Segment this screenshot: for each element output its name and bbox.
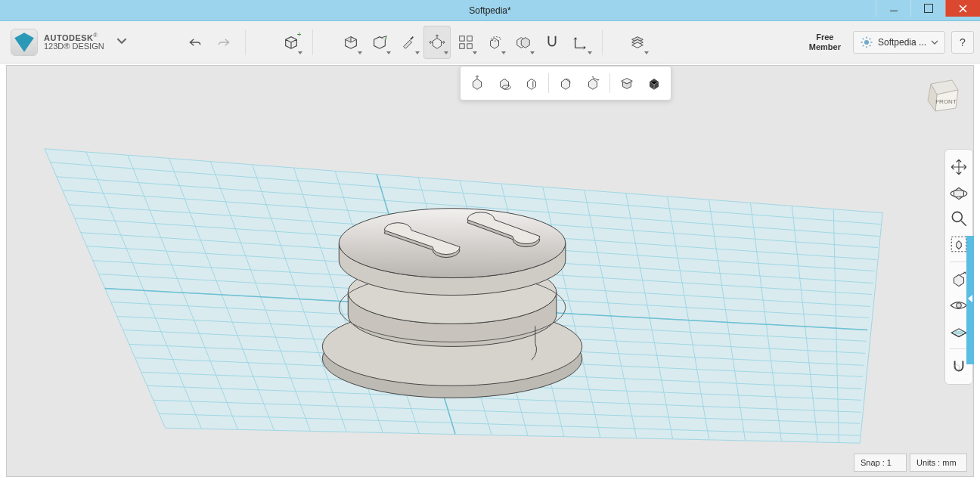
units-status[interactable]: Units : mm	[910, 454, 967, 472]
window-titlebar: Softpedia*	[0, 0, 980, 21]
viewport-3d[interactable]: FRONT Snap : 1 Units : mm	[6, 65, 974, 477]
svg-rect-3	[467, 43, 471, 48]
chevron-down-icon	[415, 51, 420, 54]
construct-button[interactable]	[366, 26, 393, 59]
toolbar-separator	[602, 29, 603, 55]
material-button[interactable]	[624, 26, 651, 59]
svg-rect-0	[459, 36, 464, 40]
nav-separator	[950, 348, 968, 349]
svg-rect-1	[467, 36, 471, 40]
tweak-button[interactable]	[491, 70, 518, 97]
app-logo-icon	[11, 29, 38, 56]
chevron-down-icon	[588, 51, 592, 54]
main-toolbar: AUTODESK® 123D® DESIGN +	[0, 21, 980, 63]
modify-brush-button[interactable]	[395, 26, 422, 59]
split-face-button[interactable]	[518, 70, 545, 97]
chevron-down-icon	[530, 51, 535, 54]
chevron-down-icon	[501, 51, 506, 54]
nav-separator	[950, 262, 968, 262]
undo-button[interactable]	[181, 26, 209, 59]
brand-top: AUTODESK	[44, 33, 94, 42]
combine-button[interactable]	[510, 26, 537, 59]
group-button[interactable]	[481, 26, 508, 59]
membership-line2: Member	[809, 42, 841, 51]
pan-button[interactable]	[949, 157, 969, 177]
window-close-button[interactable]	[945, 0, 980, 17]
subtoolbar-separator	[609, 73, 610, 93]
svg-point-5	[864, 40, 869, 45]
transform-subtoolbar	[460, 66, 671, 101]
presspull-button[interactable]	[464, 70, 491, 97]
window-controls	[876, 0, 980, 17]
chevron-down-icon	[444, 51, 448, 54]
chevron-down-icon	[386, 51, 391, 54]
chevron-down-icon	[473, 51, 477, 54]
brand-bottom: 123D® DESIGN	[44, 42, 104, 51]
viewcube-face-label: FRONT	[935, 98, 957, 105]
membership-label[interactable]: Free Member	[803, 33, 847, 51]
snap-status[interactable]: Snap : 1	[854, 454, 907, 472]
split-solid-button[interactable]	[640, 70, 668, 97]
svg-point-16	[952, 212, 962, 221]
window-maximize-button[interactable]	[910, 0, 945, 17]
svg-rect-2	[459, 43, 464, 48]
zoom-button[interactable]	[949, 209, 969, 228]
redo-button[interactable]	[210, 26, 237, 59]
fillet-button[interactable]	[552, 70, 579, 97]
measure-button[interactable]	[567, 26, 594, 59]
user-dropdown[interactable]: Softpedia ...	[853, 31, 945, 54]
app-menu[interactable]: AUTODESK® 123D® DESIGN	[6, 29, 109, 56]
transform-button[interactable]	[423, 26, 451, 59]
toolbar-separator	[245, 29, 246, 55]
side-panel-toggle[interactable]	[966, 236, 974, 364]
toolbar-separator	[312, 29, 313, 55]
chevron-down-icon	[931, 39, 938, 46]
sketch-button[interactable]	[337, 26, 364, 59]
window-minimize-button[interactable]	[876, 0, 910, 17]
chamfer-button[interactable]	[579, 70, 606, 97]
membership-line1: Free	[809, 33, 841, 42]
svg-point-18	[957, 303, 962, 308]
shell-button[interactable]	[613, 70, 640, 97]
orbit-button[interactable]	[949, 183, 969, 203]
ground-grid	[7, 66, 973, 477]
chevron-down-icon	[298, 51, 302, 54]
chevron-down-icon	[358, 51, 362, 54]
subtoolbar-separator	[548, 73, 549, 93]
window-title: Softpedia*	[469, 5, 510, 16]
primitives-button[interactable]: +	[278, 26, 305, 59]
model-object	[322, 209, 581, 398]
snap-button[interactable]	[538, 26, 566, 59]
gear-icon	[860, 36, 873, 49]
help-button[interactable]: ?	[951, 31, 974, 54]
user-name: Softpedia ...	[878, 37, 926, 48]
view-cube[interactable]: FRONT	[920, 75, 961, 116]
app-menu-chevron-icon[interactable]	[110, 36, 133, 49]
chevron-down-icon	[644, 51, 649, 54]
pattern-button[interactable]	[452, 26, 479, 59]
app-brand: AUTODESK® 123D® DESIGN	[44, 33, 104, 51]
